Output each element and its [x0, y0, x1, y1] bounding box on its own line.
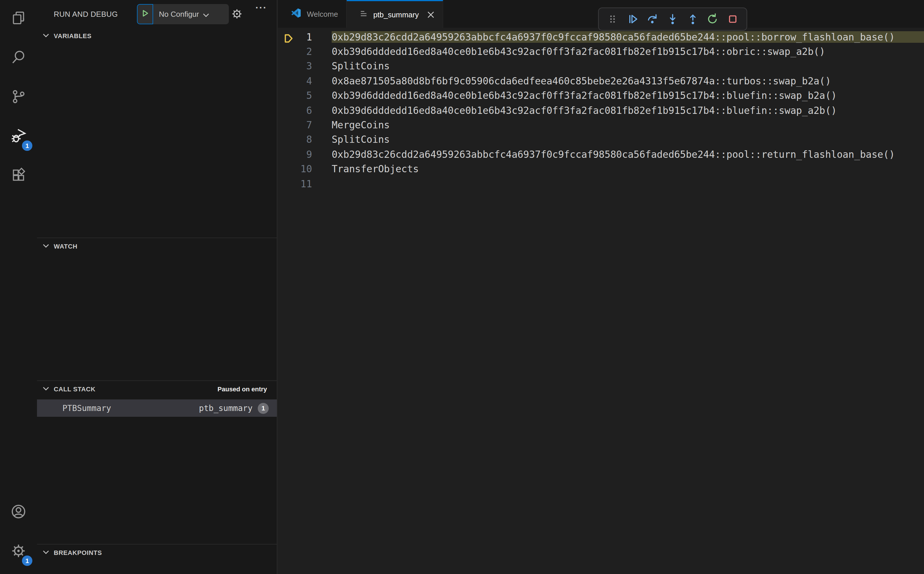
start-debug-button[interactable]: [137, 4, 153, 24]
vscode-logo-icon: [291, 7, 302, 20]
panel-title: RUN AND DEBUG: [54, 9, 118, 18]
tab-ptb-summary[interactable]: ptb_summary: [347, 0, 443, 28]
line-text[interactable]: 0xb29d83c26cdd2a64959263abbcfc4a6937f0c9…: [332, 31, 924, 43]
call-stack-frame-row[interactable]: PTBSummary ptb_summary 1: [37, 399, 277, 417]
frame-name: PTBSummary: [62, 404, 111, 413]
line-number[interactable]: 1: [306, 31, 312, 43]
code-line[interactable]: 10 TransferObjects: [278, 162, 924, 176]
editor-area: Welcome ptb_summary: [278, 0, 924, 574]
call-stack-body: [37, 417, 277, 544]
code-line[interactable]: 1 0xb29d83c26cdd2a64959263abbcfc4a6937f0…: [278, 30, 924, 44]
sidebar-item-search[interactable]: [2, 42, 35, 74]
sidebar-item-explorer[interactable]: [2, 3, 35, 35]
line-text[interactable]: 0xb39d6dddedd16ed8a40ce0b1e6b43c92acf0ff…: [332, 104, 924, 116]
line-gutter[interactable]: 1: [278, 31, 332, 43]
code-line[interactable]: 2 0xb39d6dddedd16ed8a40ce0b1e6b43c92acf0…: [278, 44, 924, 59]
code-line[interactable]: 9 0xb29d83c26cdd2a64959263abbcfc4a6937f0…: [278, 147, 924, 162]
config-dropdown-label: No Configur: [159, 10, 199, 19]
files-icon: [10, 10, 27, 28]
drag-handle-icon[interactable]: [604, 10, 621, 28]
activity-bar: 1: [0, 0, 38, 574]
section-label: WATCH: [54, 243, 77, 249]
line-gutter[interactable]: 10: [278, 163, 332, 175]
open-launch-json-button[interactable]: [230, 7, 244, 23]
continue-button[interactable]: [624, 10, 641, 28]
line-text[interactable]: TransferObjects: [332, 163, 924, 175]
section-header-watch[interactable]: WATCH: [37, 238, 277, 254]
debug-toolbar: [598, 8, 747, 31]
stop-button[interactable]: [724, 10, 741, 28]
tab-welcome[interactable]: Welcome: [278, 0, 347, 28]
sidebar-item-extensions[interactable]: [2, 160, 35, 192]
variables-body: [37, 43, 277, 238]
debug-badge: 1: [22, 140, 32, 151]
code-line[interactable]: 7 MergeCoins: [278, 118, 924, 132]
settings-button[interactable]: 1: [2, 536, 35, 568]
code-line[interactable]: 3 SplitCoins: [278, 59, 924, 74]
chevron-down-icon: [43, 33, 49, 38]
config-dropdown[interactable]: No Configur: [153, 4, 229, 24]
line-number[interactable]: 5: [306, 90, 312, 101]
line-number[interactable]: 11: [301, 178, 312, 189]
code-line[interactable]: 6 0xb39d6dddedd16ed8a40ce0b1e6b43c92acf0…: [278, 103, 924, 118]
settings-badge: 1: [22, 555, 32, 566]
line-text[interactable]: SplitCoins: [332, 60, 924, 72]
line-text[interactable]: 0x8ae871505a80d8bf6bf9c05906cda6edfeea46…: [332, 75, 924, 87]
line-text[interactable]: 0xb39d6dddedd16ed8a40ce0b1e6b43c92acf0ff…: [332, 46, 924, 57]
sidebar-item-source-control[interactable]: [2, 82, 35, 114]
line-number[interactable]: 6: [306, 104, 312, 116]
tab-label: Welcome: [307, 9, 338, 18]
line-gutter[interactable]: 2: [278, 46, 332, 57]
code-line[interactable]: 5 0xb39d6dddedd16ed8a40ce0b1e6b43c92acf0…: [278, 88, 924, 103]
code-line[interactable]: 8 SplitCoins: [278, 132, 924, 147]
line-text[interactable]: 0xb29d83c26cdd2a64959263abbcfc4a6937f0c9…: [332, 148, 924, 160]
debug-config-control: No Configur: [137, 4, 229, 24]
line-number[interactable]: 7: [306, 119, 312, 131]
line-gutter[interactable]: 11: [278, 178, 332, 189]
line-gutter[interactable]: 3: [278, 60, 332, 72]
line-text[interactable]: MergeCoins: [332, 119, 924, 131]
section-header-variables[interactable]: VARIABLES: [37, 28, 277, 43]
step-over-button[interactable]: [644, 10, 661, 28]
source-control-icon: [10, 88, 27, 107]
line-number[interactable]: 3: [306, 60, 312, 72]
panel-header: RUN AND DEBUG No Configur: [37, 0, 277, 28]
frame-badge: 1: [258, 403, 269, 413]
line-gutter[interactable]: 6: [278, 104, 332, 116]
line-text[interactable]: 0xb39d6dddedd16ed8a40ce0b1e6b43c92acf0ff…: [332, 90, 924, 101]
line-number[interactable]: 8: [306, 134, 312, 145]
accounts-button[interactable]: [2, 497, 35, 529]
line-number[interactable]: 10: [301, 163, 312, 175]
tab-label: ptb_summary: [373, 10, 419, 19]
line-number[interactable]: 4: [306, 75, 312, 87]
section-label: VARIABLES: [54, 32, 91, 39]
section-label: BREAKPOINTS: [54, 549, 102, 556]
line-gutter[interactable]: 7: [278, 119, 332, 131]
sidebar-item-run-and-debug[interactable]: 1: [2, 121, 35, 153]
line-number[interactable]: 2: [306, 46, 312, 57]
watch-body: [37, 254, 277, 380]
close-icon[interactable]: [427, 11, 434, 18]
step-into-button[interactable]: [664, 10, 681, 28]
code-line[interactable]: 4 0x8ae871505a80d8bf6bf9c05906cda6edfeea…: [278, 73, 924, 88]
section-header-call-stack[interactable]: CALL STACK Paused on entry: [37, 381, 277, 397]
line-gutter[interactable]: 4: [278, 75, 332, 87]
more-actions-button[interactable]: ···: [255, 2, 267, 14]
line-number[interactable]: 9: [306, 148, 312, 160]
play-icon: [140, 8, 150, 20]
code-lines[interactable]: 1 0xb29d83c26cdd2a64959263abbcfc4a6937f0…: [278, 28, 924, 191]
line-gutter[interactable]: 9: [278, 148, 332, 160]
extensions-icon: [10, 167, 27, 186]
debug-current-line-arrow-icon: [283, 33, 294, 46]
restart-button[interactable]: [704, 10, 721, 28]
line-gutter[interactable]: 8: [278, 134, 332, 145]
section-header-breakpoints[interactable]: BREAKPOINTS: [37, 544, 277, 560]
chevron-down-icon: [199, 9, 209, 19]
code-line[interactable]: 11: [278, 176, 924, 191]
account-icon: [10, 503, 27, 522]
step-out-button[interactable]: [684, 10, 701, 28]
vscode-window: 1: [0, 0, 924, 574]
line-gutter[interactable]: 5: [278, 90, 332, 101]
line-text[interactable]: SplitCoins: [332, 134, 924, 145]
search-icon: [10, 49, 27, 68]
